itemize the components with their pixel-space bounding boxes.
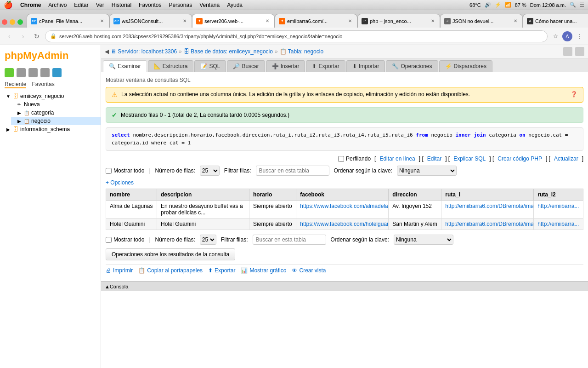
col-facebook[interactable]: facebook [296,189,389,201]
operations-button[interactable]: Operaciones sobre los resultados de la c… [106,248,235,260]
window-close[interactable] [2,19,7,25]
menu-editar[interactable]: Editar [74,2,88,8]
settings-icon[interactable]: ⋮ [574,31,584,41]
cell-fb-1[interactable]: https://www.facebook.com/hotelguamini/ [296,218,389,230]
col-nombre[interactable]: nombre [106,189,157,201]
filter-input-2[interactable] [253,235,326,245]
imprimir-link[interactable]: 🖨 Imprimir [106,267,133,274]
tab-operaciones[interactable]: 🔧 Operaciones [386,60,438,72]
profiling-checkbox-label[interactable]: Perfilando [338,155,371,162]
window-maximize[interactable] [17,19,23,25]
tab-close-phpjson[interactable]: ✕ [430,18,436,24]
ruta-link-1[interactable]: http://emiibarra6.com/DBremota/images/ho… [445,221,534,227]
col-direccion[interactable]: direccion [389,189,441,201]
breadcrumb-collapse-icon[interactable] [575,47,584,56]
show-all-label-2[interactable]: Mostrar todo [106,236,144,243]
show-all-label[interactable]: Mostrar todo [106,167,144,174]
bluetooth-icon[interactable]: ⚡ [495,2,501,8]
breadcrumb-server[interactable]: 🖥 Servidor: localhost:3306 [111,48,177,55]
menu-favoritos[interactable]: Favoritos [139,2,161,8]
col-ruta-i2[interactable]: ruta_i2 [534,189,583,201]
cell-fb-0[interactable]: https://www.facebook.com/almadelagunasho… [296,201,389,218]
tab-server206[interactable]: ✦ server206.web-... ✕ [192,14,275,28]
tab-cpanel[interactable]: cP cPanel File Mana... ✕ [27,14,109,28]
consola-bar[interactable]: ▲ Consola [101,281,588,291]
ruta2-link-1[interactable]: http://emiibarra... [537,221,579,227]
menu-historial[interactable]: Historial [112,2,131,8]
pma-reload-icon[interactable] [17,68,26,77]
pma-link-icon[interactable] [52,68,62,77]
actualizar-link[interactable]: Actualizar [554,155,578,162]
apple-menu[interactable]: 🍎 [4,0,13,9]
window-minimize[interactable] [10,19,15,25]
back-button[interactable]: ‹ [4,31,15,42]
db-emiiceyx[interactable]: ▼ 🗄 emiiceyx_negocio [0,92,101,100]
pma-home-icon[interactable] [5,68,14,77]
menu-personas[interactable]: Personas [169,2,192,8]
tab-phpjson[interactable]: P php – json_enco... ✕ [357,14,440,28]
show-sql-link[interactable]: Mostrar ventana de consultas SQL [106,77,583,83]
col-horario[interactable]: horario [249,189,296,201]
wifi-icon[interactable]: 📶 [505,2,511,8]
tab-close-json[interactable]: ✕ [512,18,519,24]
cell-ruta2-0[interactable]: http://emiibarra... [534,201,583,218]
pma-clipboard-icon[interactable] [28,68,38,77]
breadcrumb-table[interactable]: 📋 Tabla: negocio [280,48,324,55]
vista-link[interactable]: 👁 Crear vista [292,267,326,274]
cell-ruta-1[interactable]: http://emiibarra6.com/DBremota/images/ho… [441,218,534,230]
menu-ventana[interactable]: Ventana [199,2,220,8]
order-select[interactable]: Ninguna [397,166,457,176]
profiling-checkbox[interactable] [338,156,344,162]
fb-link-1[interactable]: https://www.facebook.com/hotelguamini/ [300,221,389,227]
rows-select[interactable]: 25 50 100 [200,166,220,176]
tab-disparadores[interactable]: ⚡ Disparadores [439,60,492,72]
tab-close-cpanel[interactable]: ✕ [99,18,105,24]
col-ruta-i[interactable]: ruta_i [441,189,534,201]
table-categoria[interactable]: ▶ 📋 categoria [11,109,101,117]
fb-link-0[interactable]: https://www.facebook.com/almadelagunasho… [300,203,389,209]
show-all-checkbox[interactable] [106,168,112,174]
tab-importar[interactable]: ⬇ Importar [346,60,385,72]
breadcrumb-database[interactable]: 🗄 Base de datos: emiiceyx_negocio [184,48,273,55]
show-all-checkbox-2[interactable] [106,237,112,243]
tab-emiibarra[interactable]: ✦ emiibarra6.com/... ✕ [275,14,357,28]
url-bar[interactable]: 🔒 server206.web-hosting.com:2083/cpsess2… [45,30,548,42]
menu-ayuda[interactable]: Ayuda [227,2,243,8]
recent-tab[interactable]: Reciente [5,81,26,88]
cell-ruta-0[interactable]: http://emiibarra6.com/DBremota/images/al… [441,201,534,218]
table-nueva[interactable]: ✏ Nueva [11,100,101,109]
cell-ruta2-1[interactable]: http://emiibarra... [534,218,583,230]
tab-estructura[interactable]: 📐 Estructura [148,60,194,72]
create-php-link[interactable]: Crear código PHP [498,155,542,162]
tab-buscar[interactable]: 🔎 Buscar [227,60,265,72]
tab-insertar[interactable]: ➕ Insertar [266,60,305,72]
tab-exportar[interactable]: ⬆ Exportar [306,60,345,72]
tab-wsjson[interactable]: cP wsJSONConsult... ✕ [109,14,192,28]
forward-button[interactable]: › [17,31,28,42]
col-descripcion[interactable]: descripcion [157,189,249,201]
db-info-schema[interactable]: ▶ 🗄 information_schema [0,125,101,133]
tab-como[interactable]: A Cómo hacer una... ✕ [523,14,588,28]
exportar-link[interactable]: ⬆ Exportar [208,267,235,274]
tab-close-server206[interactable]: ✕ [264,18,271,24]
ruta2-link-0[interactable]: http://emiibarra... [537,203,579,209]
warning-help-icon[interactable]: ❓ [571,91,577,98]
rows-select-2[interactable]: 25 [200,235,216,245]
bookmark-icon[interactable]: ☆ [550,31,560,41]
pma-settings-icon[interactable] [40,68,50,77]
menu-bars-icon[interactable]: ☰ [580,2,584,8]
tab-close-wsjson[interactable]: ✕ [181,18,188,24]
filter-input[interactable] [256,166,329,176]
menu-chrome[interactable]: Chrome [20,2,41,8]
order-select-2[interactable]: Ninguna [394,235,453,245]
edit-link[interactable]: Editar [427,155,441,162]
table-negocio[interactable]: ▶ 📋 negocio [11,117,101,125]
copiar-link[interactable]: 📋 Copiar al portapapeles [138,267,203,274]
menu-archivo[interactable]: Archivo [48,2,67,8]
reload-button[interactable]: ↻ [31,31,42,42]
menu-ver[interactable]: Ver [96,2,104,8]
nav-arrow-left[interactable]: ◀ [105,48,109,55]
search-icon[interactable]: 🔍 [570,2,576,8]
grafico-link[interactable]: 📊 Mostrar gráfico [241,267,286,274]
tab-close-emiibarra[interactable]: ✕ [347,18,353,24]
